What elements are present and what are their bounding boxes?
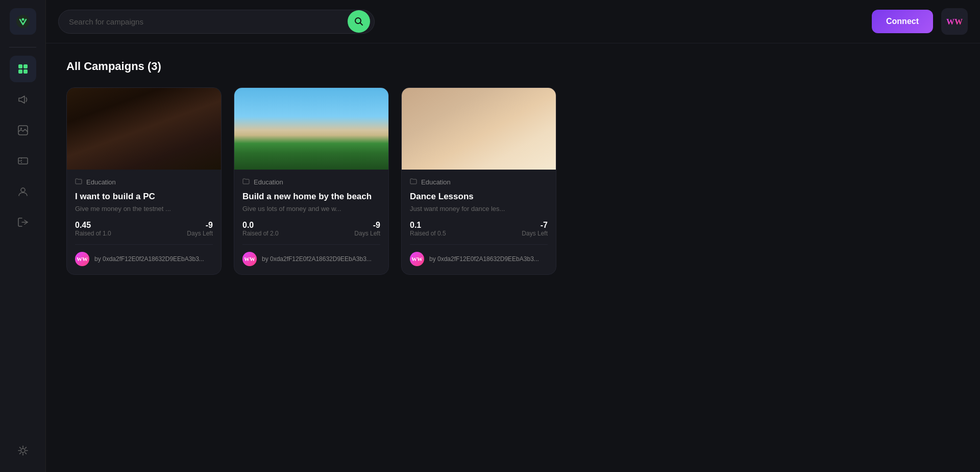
creator-address-2: by 0xda2fF12E0f2A18632D9EEbA3b3... [262, 255, 372, 263]
svg-point-11 [21, 188, 25, 192]
card-footer-2: WW by 0xda2fF12E0f2A18632D9EEbA3b3... [242, 252, 380, 266]
days-stat: -9 Days Left [354, 221, 380, 237]
card-divider [242, 244, 380, 245]
card-body-3: Education Dance Lessons Just want money … [402, 170, 556, 274]
main-area: Connect WW All Campaigns (3) [46, 0, 980, 472]
card-category-2: Education [242, 178, 380, 186]
app-logo[interactable] [10, 8, 36, 35]
card-desc-1: Give me money on the testnet ... [75, 205, 213, 213]
raised-value: 0.1 [410, 221, 446, 230]
raised-label: Raised of 1.0 [75, 230, 111, 237]
creator-address-3: by 0xda2fF12E0f2A18632D9EEbA3b3... [429, 255, 539, 263]
sidebar-item-vouchers[interactable] [10, 148, 36, 174]
svg-rect-4 [18, 69, 22, 74]
logout-icon [17, 217, 29, 228]
sidebar-item-gallery[interactable] [10, 117, 36, 144]
sidebar-item-grid[interactable] [10, 56, 36, 82]
svg-text:WW: WW [412, 256, 422, 262]
creator-address-1: by 0xda2fF12E0f2A18632D9EEbA3b3... [94, 255, 204, 263]
raised-stat: 0.45 Raised of 1.0 [75, 221, 111, 237]
campaign-image-1 [67, 88, 221, 170]
svg-text:WW: WW [946, 17, 963, 26]
folder-icon [75, 178, 82, 186]
card-stats-3: 0.1 Raised of 0.5 -7 Days Left [410, 221, 548, 237]
card-stats-2: 0.0 Raised of 2.0 -9 Days Left [242, 221, 380, 237]
voucher-icon [17, 155, 29, 167]
category-label: Education [86, 178, 116, 186]
campaign-image-2 [234, 88, 388, 170]
days-value: -7 [522, 221, 548, 230]
sidebar-item-logout[interactable] [10, 209, 36, 235]
category-label: Education [421, 178, 451, 186]
days-value: -9 [187, 221, 213, 230]
days-value: -9 [354, 221, 380, 230]
creator-avatar-1: WW [75, 252, 89, 266]
card-footer-1: WW by 0xda2fF12E0f2A18632D9EEbA3b3... [75, 252, 213, 266]
megaphone-icon [17, 94, 29, 105]
creator-avatar-2: WW [242, 252, 257, 266]
grid-icon [17, 63, 29, 75]
user-avatar-icon: WW [945, 12, 964, 31]
card-category-1: Education [75, 178, 213, 186]
svg-point-1 [21, 18, 24, 21]
svg-point-0 [16, 15, 30, 28]
folder-icon [242, 178, 250, 186]
campaign-card-3[interactable]: Education Dance Lessons Just want money … [401, 87, 556, 275]
card-category-3: Education [410, 178, 548, 186]
theme-icon [17, 445, 29, 456]
svg-line-21 [19, 453, 20, 454]
sidebar [0, 0, 46, 472]
campaigns-grid: Education I want to build a PC Give me m… [66, 87, 556, 275]
svg-text:WW: WW [244, 256, 255, 262]
profile-icon [17, 186, 29, 197]
header: Connect WW [46, 0, 980, 43]
svg-line-23 [360, 23, 363, 26]
connect-button[interactable]: Connect [872, 10, 933, 33]
raised-value: 0.45 [75, 221, 111, 230]
card-body-1: Education I want to build a PC Give me m… [67, 170, 221, 274]
raised-value: 0.0 [242, 221, 279, 230]
days-label: Days Left [187, 230, 213, 237]
svg-rect-5 [23, 69, 28, 74]
raised-label: Raised of 0.5 [410, 230, 446, 237]
search-button[interactable] [348, 10, 370, 33]
svg-line-20 [25, 447, 26, 449]
gallery-icon [17, 125, 29, 136]
card-title-1: I want to build a PC [75, 192, 213, 202]
svg-rect-3 [23, 64, 28, 68]
sidebar-item-campaigns[interactable] [10, 86, 36, 113]
svg-point-13 [21, 449, 25, 453]
card-stats-1: 0.45 Raised of 1.0 -9 Days Left [75, 221, 213, 237]
user-avatar[interactable]: WW [941, 8, 968, 35]
campaign-card-1[interactable]: Education I want to build a PC Give me m… [66, 87, 222, 275]
svg-point-7 [20, 128, 22, 129]
raised-label: Raised of 2.0 [242, 230, 279, 237]
campaign-image-3 [402, 88, 556, 170]
search-container [58, 10, 375, 34]
card-footer-3: WW by 0xda2fF12E0f2A18632D9EEbA3b3... [410, 252, 548, 266]
card-body-2: Education Build a new home by the beach … [234, 170, 388, 274]
campaign-card-2[interactable]: Education Build a new home by the beach … [234, 87, 389, 275]
svg-line-18 [19, 447, 20, 449]
days-stat: -7 Days Left [522, 221, 548, 237]
page-title: All Campaigns (3) [66, 60, 960, 73]
card-desc-3: Just want money for dance les... [410, 205, 548, 213]
svg-text:WW: WW [77, 256, 87, 262]
card-divider [75, 244, 213, 245]
sidebar-divider-top [9, 47, 36, 48]
days-stat: -9 Days Left [187, 221, 213, 237]
raised-stat: 0.0 Raised of 2.0 [242, 221, 279, 237]
search-input[interactable] [69, 10, 348, 33]
card-divider [410, 244, 548, 245]
sidebar-item-profile[interactable] [10, 178, 36, 205]
svg-line-19 [25, 453, 26, 454]
card-title-2: Build a new home by the beach [242, 192, 380, 202]
folder-icon [410, 178, 417, 186]
creator-avatar-3: WW [410, 252, 424, 266]
svg-rect-2 [18, 64, 22, 68]
card-title-3: Dance Lessons [410, 192, 548, 202]
days-label: Days Left [354, 230, 380, 237]
days-label: Days Left [522, 230, 548, 237]
search-icon [354, 17, 363, 26]
sidebar-item-theme[interactable] [10, 437, 36, 464]
